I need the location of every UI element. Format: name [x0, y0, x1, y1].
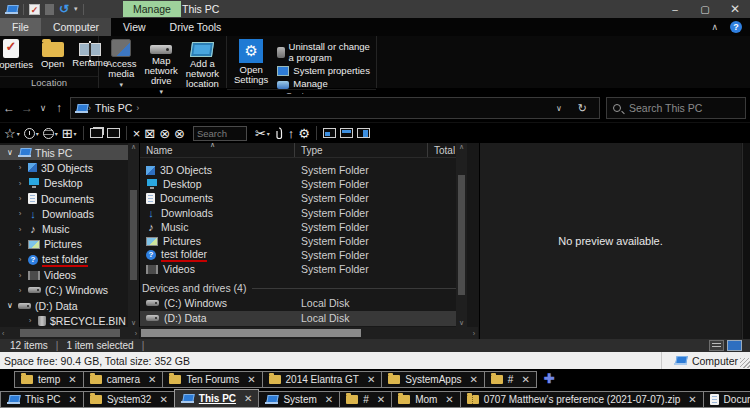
options-gear-icon[interactable]: ⚙	[298, 126, 310, 141]
scrollbar-thumb[interactable]	[141, 329, 361, 337]
chevron-down-icon[interactable]: ∨	[36, 103, 50, 113]
tree-item-pictures[interactable]: › Pictures	[0, 237, 139, 252]
close-icon[interactable]: ✕	[377, 394, 385, 405]
close-all-icon[interactable]: ⊠	[144, 126, 155, 141]
system-properties-button[interactable]: System properties	[277, 65, 370, 76]
clone-window-icon[interactable]	[90, 128, 103, 138]
close-icon[interactable]: ✕	[521, 374, 529, 385]
close-icon[interactable]: ✕	[69, 394, 77, 405]
scroll-left-icon[interactable]: ‹	[2, 330, 4, 337]
close-icon[interactable]: ✕	[148, 374, 156, 385]
close-icon[interactable]: ✕	[159, 394, 167, 405]
close-left-icon[interactable]: ⊗	[159, 126, 170, 141]
list-row-videos[interactable]: Videos System Folder	[140, 262, 467, 276]
manage-button[interactable]: Manage	[277, 78, 327, 89]
scroll-up-icon[interactable]: ∧	[131, 143, 136, 151]
close-icon[interactable]: ✕	[244, 393, 252, 404]
tree-item-this-pc[interactable]: ∨ This PC	[0, 145, 128, 160]
close-icon[interactable]: ✕	[445, 394, 453, 405]
tab-hash-1[interactable]: # ✕	[484, 371, 537, 388]
tab-camera[interactable]: camera ✕	[83, 371, 164, 388]
tree-item-d-data[interactable]: ∨ (D:) Data	[0, 298, 139, 313]
list-row-documents[interactable]: Documents System Folder	[140, 191, 467, 205]
list-row-music[interactable]: ♪Music System Folder	[140, 220, 467, 234]
close-icon[interactable]: ✕	[688, 394, 696, 405]
access-media-button[interactable]: Access media ▾	[103, 38, 140, 89]
chevron-collapsed-icon[interactable]: ›	[16, 163, 24, 172]
close-icon[interactable]: ✕	[367, 374, 375, 385]
list-row-desktop[interactable]: Desktop System Folder	[140, 177, 467, 191]
tree-horizontal-scrollbar[interactable]: ‹ ›	[0, 327, 139, 339]
tab-documents[interactable]: Documents ✕	[703, 391, 750, 408]
preview-bottom-icon[interactable]	[340, 128, 353, 138]
chevron-collapsed-icon[interactable]: ›	[16, 194, 24, 203]
collapse-ribbon-icon[interactable]: ∧	[711, 22, 718, 32]
scrollbar-thumb[interactable]	[458, 175, 465, 295]
tab-drive-tools[interactable]: Drive Tools	[158, 18, 234, 36]
tab-temp[interactable]: temp ✕	[14, 371, 84, 388]
tree-item-videos[interactable]: › Videos	[0, 267, 139, 282]
maximize-button[interactable]: ▢	[690, 0, 720, 18]
scroll-right-icon[interactable]: ›	[473, 330, 478, 337]
open-settings-button[interactable]: ⚙ Open Settings	[231, 38, 271, 86]
chevron-collapsed-icon[interactable]: ›	[16, 179, 24, 188]
chevron-expanded-icon[interactable]: ∨	[6, 301, 14, 310]
tab-mom[interactable]: Mom ✕	[391, 391, 461, 408]
tree-item-desktop[interactable]: › Desktop	[0, 176, 139, 191]
tab-system32[interactable]: System32 ✕	[83, 391, 175, 408]
manage-contextual-tab[interactable]: Manage	[123, 1, 181, 17]
list-row-d-data[interactable]: (D:) Data Local Disk	[140, 311, 467, 326]
chevron-collapsed-icon[interactable]: ›	[16, 225, 24, 234]
open-button[interactable]: Open	[38, 38, 67, 70]
preview-right-icon[interactable]	[357, 128, 370, 138]
tab-this-pc-1[interactable]: This PC ✕	[0, 391, 84, 408]
chevron-collapsed-icon[interactable]: ›	[16, 271, 24, 280]
tree-item-3d-objects[interactable]: › 3D Objects	[0, 160, 139, 175]
list-row-pictures[interactable]: Pictures System Folder	[140, 234, 467, 248]
scrollbar-thumb[interactable]	[20, 329, 120, 337]
chevron-down-icon[interactable]: ▾	[74, 5, 78, 13]
close-icon[interactable]: ✕	[469, 374, 477, 385]
tab-file[interactable]: File	[0, 18, 41, 36]
column-name[interactable]: Name	[140, 143, 295, 157]
close-window-icon[interactable]: ×	[133, 126, 141, 141]
list-horizontal-scrollbar[interactable]: ›	[140, 327, 478, 339]
scroll-right-icon[interactable]: ›	[135, 330, 137, 337]
tab-2014-elantra-gt[interactable]: 2014 Elantra GT ✕	[262, 371, 383, 388]
tab-computer[interactable]: Computer	[41, 18, 111, 36]
tree-item-documents[interactable]: › Documents	[0, 191, 139, 206]
close-icon[interactable]: ✕	[68, 374, 76, 385]
map-network-drive-button[interactable]: Map network drive ▾	[142, 38, 181, 96]
group-header-devices[interactable]: Devices and drives (4)	[140, 281, 467, 296]
list-row-downloads[interactable]: ↓Downloads System Folder	[140, 206, 467, 220]
tab-hash-2[interactable]: # ✕	[339, 391, 392, 408]
properties-button[interactable]: Properties	[0, 38, 36, 71]
toolbar-search-input[interactable]	[193, 126, 247, 141]
list-row-c-windows[interactable]: (C:) Windows Local Disk	[140, 296, 467, 311]
thumbnail-view-icon[interactable]	[727, 340, 742, 351]
column-type[interactable]: Type	[295, 143, 428, 157]
tab-this-pc-active[interactable]: This PC ✕	[174, 389, 260, 408]
breadcrumb-this-pc[interactable]: This PC	[95, 102, 132, 114]
help-icon[interactable]: ?	[730, 21, 742, 33]
tree-item-recycle-bin[interactable]: › $RECYCLE.BIN	[0, 313, 139, 327]
forward-icon[interactable]: →	[18, 101, 36, 115]
close-right-icon[interactable]: ⊗	[174, 126, 185, 141]
history-globe-icon[interactable]: ▾	[43, 128, 58, 139]
scroll-down-icon[interactable]: ∨	[131, 319, 136, 327]
chevron-collapsed-icon[interactable]: ›	[16, 255, 24, 264]
back-icon[interactable]: ←	[0, 101, 18, 115]
scrollbar-thumb[interactable]	[130, 190, 137, 280]
close-button[interactable]: ✕	[720, 0, 750, 18]
preview-left-icon[interactable]	[323, 128, 336, 138]
tree-item-test-folder[interactable]: › ? test folder	[0, 252, 139, 267]
search-input[interactable]	[627, 101, 739, 115]
scroll-down-icon[interactable]: ∨	[459, 319, 464, 327]
tree-vertical-scrollbar[interactable]: ∧ ∨	[128, 143, 139, 327]
apps-windows-logo-icon[interactable]: ⊞▾	[62, 126, 77, 141]
resize-grip-icon[interactable]	[740, 358, 750, 368]
uninstall-program-button[interactable]: Uninstall or change a program	[277, 41, 372, 63]
close-icon[interactable]: ✕	[247, 374, 255, 385]
list-vertical-scrollbar[interactable]: ∧ ∨	[456, 143, 467, 327]
up-one-level-icon[interactable]: ↑	[288, 126, 295, 141]
